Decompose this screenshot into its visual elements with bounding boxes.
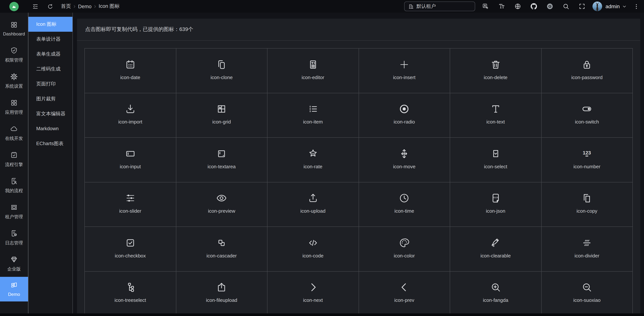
submenu-item[interactable]: 二维码生成	[28, 62, 72, 76]
sidebar-item-我的流程[interactable]: 我的流程	[0, 172, 28, 198]
sidebar-item-dashboard[interactable]: Dashboard	[0, 16, 28, 42]
icon-cell-icon-rate[interactable]: icon-rate	[268, 138, 359, 182]
submenu-item[interactable]: 表单设计器	[28, 32, 72, 47]
icon-cell-icon-code[interactable]: icon-code	[268, 227, 359, 271]
icon-cell-icon-item[interactable]: icon-item	[268, 93, 359, 138]
logo[interactable]	[0, 2, 28, 11]
submenu-item[interactable]: 富文本编辑器	[28, 106, 72, 121]
icon-cell-icon-number[interactable]: 123icon-number	[542, 138, 633, 182]
submenu-item[interactable]: 页面打印	[28, 76, 72, 91]
icon-cell-icon-checkbox[interactable]: icon-checkbox	[85, 227, 176, 271]
icon-cell-icon-suoxiao[interactable]: icon-suoxiao	[542, 271, 633, 316]
submenu-item[interactable]: ECharts图表	[28, 136, 72, 151]
chevron-down-icon	[622, 4, 627, 9]
icon-fileupload	[216, 282, 227, 293]
doc-user-icon	[10, 177, 18, 185]
crumb-sep-icon	[93, 4, 97, 8]
sidebar-item-label: 流程引擎	[5, 161, 23, 168]
icon-cell-icon-select[interactable]: icon-select	[450, 138, 542, 182]
icon-cell-icon-upload[interactable]: icon-upload	[268, 182, 359, 227]
submenu-item[interactable]: 表单生成器	[28, 47, 72, 62]
icon-cell-icon-clone[interactable]: icon-clone	[176, 48, 268, 93]
icon-cell-icon-import[interactable]: icon-import	[85, 93, 176, 138]
icon-cell-icon-textarea[interactable]: icon-textarea	[176, 138, 268, 182]
icon-cell-icon-password[interactable]: icon-password	[542, 48, 633, 93]
gitee-button[interactable]	[546, 2, 554, 10]
sidebar-item-系统设置[interactable]: 系统设置	[0, 68, 28, 94]
icon-cell-label: icon-clone	[210, 75, 233, 80]
icon-cell-icon-clearable[interactable]: icon-clearable	[450, 227, 542, 271]
icon-cell-icon-copy[interactable]: icon-copy	[542, 182, 633, 227]
icon-cell-icon-insert[interactable]: icon-insert	[359, 48, 450, 93]
icon-cell-label: icon-number	[574, 164, 600, 169]
icon-cell-icon-preview[interactable]: icon-preview	[176, 182, 268, 227]
icon-switch	[582, 104, 593, 115]
icon-cell-icon-fangda[interactable]: icon-fangda	[450, 271, 542, 316]
icon-cell-icon-date[interactable]: icon-date	[85, 48, 176, 93]
collapse-sidebar-button[interactable]	[30, 1, 40, 11]
breadcrumb-item[interactable]: 首页	[61, 3, 71, 10]
user-name[interactable]: admin	[606, 3, 620, 9]
sidebar-item-租户管理[interactable]: 租户管理	[0, 198, 28, 225]
font-size-button[interactable]	[498, 2, 506, 10]
sidebar-item-label: 日志管理	[5, 240, 23, 246]
translate-button[interactable]	[482, 2, 489, 10]
icon-cell-icon-next[interactable]: icon-next	[268, 271, 359, 316]
icon-cell-icon-time[interactable]: icon-time	[359, 182, 450, 227]
breadcrumb-item[interactable]: Icon 图标	[98, 3, 120, 10]
sidebar-item-流程引擎[interactable]: 流程引擎	[0, 146, 28, 172]
shield-check-icon	[10, 46, 18, 54]
icon-cell-icon-treeselect[interactable]: icon-treeselect	[85, 271, 176, 316]
sidebar-item-label: 应用管理	[5, 109, 23, 116]
search-button[interactable]	[562, 2, 570, 10]
icon-cell-icon-move[interactable]: icon-move	[359, 138, 450, 182]
gear-icon	[10, 73, 18, 80]
icon-cell-label: icon-suoxiao	[574, 298, 601, 303]
icon-cell-icon-cascader[interactable]: icon-cascader	[176, 227, 268, 271]
submenu-item[interactable]: Icon 图标	[28, 17, 72, 32]
sidebar-item-权限管理[interactable]: 权限管理	[0, 42, 28, 68]
icon-cell-icon-fileupload[interactable]: icon-fileupload	[176, 271, 268, 316]
gem-icon	[10, 255, 18, 263]
icon-cell-icon-input[interactable]: icon-input	[85, 138, 176, 182]
icon-cell-icon-slider[interactable]: icon-slider	[85, 182, 176, 227]
sidebar-item-demo[interactable]: Demo	[0, 277, 28, 302]
breadcrumb-item[interactable]: Demo	[78, 3, 92, 9]
sidebar-item-应用管理[interactable]: 应用管理	[0, 94, 28, 120]
fullscreen-button[interactable]	[578, 2, 586, 10]
github-button[interactable]	[530, 2, 538, 10]
icon-cell-icon-delete[interactable]: icon-delete	[450, 48, 542, 93]
more-menu-button[interactable]	[631, 1, 641, 11]
icon-cell-icon-text[interactable]: icon-text	[450, 93, 542, 138]
submenu-item[interactable]: 图片裁剪	[28, 91, 72, 106]
icon-cell-icon-json[interactable]: JSONicon-json	[450, 182, 542, 227]
icon-delete	[490, 59, 501, 70]
icon-cell-icon-radio[interactable]: icon-radio	[359, 93, 450, 138]
icon-cell-label: icon-insert	[393, 75, 416, 80]
sidebar-item-label: 企业版	[7, 266, 21, 272]
icon-cell-icon-color[interactable]: icon-color	[359, 227, 450, 271]
submenu-item[interactable]: Markdown	[28, 121, 72, 136]
icon-cell-icon-divider[interactable]: icon-divider	[542, 227, 633, 271]
icon-prev	[399, 282, 410, 293]
icon-time	[399, 193, 410, 204]
breadcrumb: 首页DemoIcon 图标	[61, 3, 120, 10]
globe-button[interactable]	[514, 2, 522, 10]
sidebar-item-日志管理[interactable]: 日志管理	[0, 225, 28, 251]
icon-cell-icon-switch[interactable]: icon-switch	[542, 93, 633, 138]
chevron-down-icon[interactable]	[622, 4, 627, 9]
avatar[interactable]	[592, 1, 602, 11]
tenant-select[interactable]: 默认租户	[404, 1, 475, 11]
topbar-right: 默认租户 admin	[404, 1, 644, 11]
sidebar-item-企业版[interactable]: 企业版	[0, 251, 28, 277]
icon-cascader	[216, 237, 227, 248]
refresh-button[interactable]	[45, 1, 55, 11]
icon-cell-icon-grid[interactable]: icon-grid	[176, 93, 268, 138]
topbar: 首页DemoIcon 图标 默认租户 admin	[0, 0, 644, 13]
icon-fangda	[490, 282, 501, 293]
sidebar-item-在线开发[interactable]: 在线开发	[0, 120, 28, 146]
icon-cell-icon-editor[interactable]: icon-editor	[268, 48, 359, 93]
chevron-right-icon	[72, 4, 76, 8]
icon-cell-icon-prev[interactable]: icon-prev	[359, 271, 450, 316]
icon-grid	[216, 104, 227, 115]
